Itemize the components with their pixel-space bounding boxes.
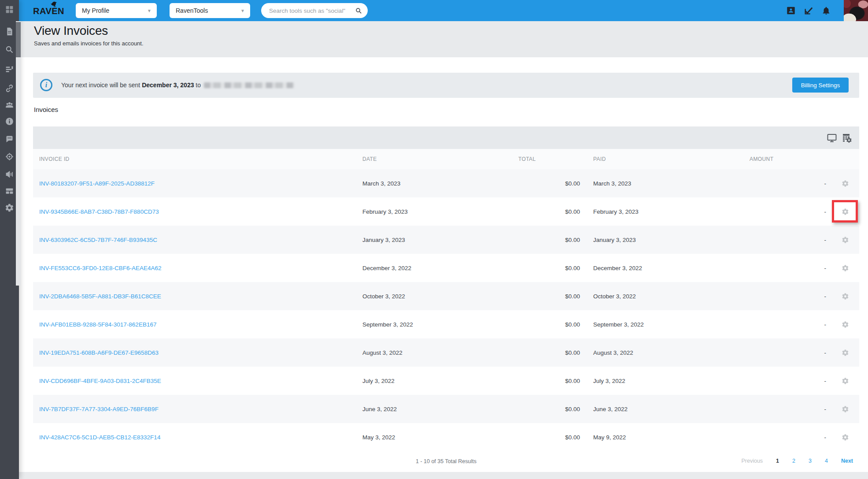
sidebar-item-links[interactable] [5, 84, 14, 93]
invoice-id-cell: INV-9345B66E-8AB7-C38D-78B7-F880CD73 [33, 208, 362, 215]
sidebar-scrollbar[interactable] [16, 21, 21, 286]
info-circle-icon: i [40, 79, 52, 91]
sidebar-item-local[interactable] [5, 152, 14, 161]
tasks-button[interactable] [804, 6, 813, 15]
sidebar-item-research[interactable] [5, 45, 14, 54]
page-link-2[interactable]: 2 [792, 458, 795, 464]
total-cell: $0.00 [518, 180, 593, 187]
row-settings-button[interactable] [842, 236, 849, 244]
paid-cell: May 9, 2022 [593, 434, 750, 441]
actions-cell [831, 282, 859, 310]
amount-cell: - [750, 378, 831, 384]
invoice-id-cell: INV-6303962C-6C5D-7B7F-746F-B939435C [33, 237, 362, 243]
amount-cell: - [750, 208, 831, 215]
date-cell: September 3, 2022 [362, 321, 518, 328]
profile-dropdown[interactable]: My Profile ▼ [76, 3, 157, 18]
sidebar-item-campaigns[interactable] [5, 170, 14, 179]
table-row: INV-FE553CC6-3FD0-12E8-CBF6-AEAE4A62 Dec… [33, 254, 859, 282]
date-cell: October 3, 2022 [362, 293, 518, 300]
amount-cell: - [750, 349, 831, 356]
sidebar-item-rankings[interactable] [5, 65, 14, 74]
page-link-1[interactable]: 1 [776, 458, 779, 464]
contacts-button[interactable] [786, 6, 796, 15]
tools-dropdown[interactable]: RavenTools ▼ [170, 3, 250, 18]
invoice-link[interactable]: INV-428AC7C6-5C1D-AEB5-CB12-E8332F14 [39, 434, 160, 441]
search-icon[interactable] [355, 7, 362, 15]
next-page-link[interactable]: Next [841, 458, 853, 464]
notifications-button[interactable] [821, 6, 831, 15]
invoice-link[interactable]: INV-80183207-9F51-A89F-2025-AD38812F [39, 180, 155, 187]
invoice-link[interactable]: INV-6303962C-6C5D-7B7F-746F-B939435C [39, 237, 157, 243]
date-cell: May 3, 2022 [362, 434, 518, 441]
invoices-section-heading: Invoices [34, 106, 58, 113]
avatar[interactable] [844, 0, 868, 21]
row-settings-button[interactable] [842, 264, 849, 272]
column-header-date: DATE [362, 156, 518, 162]
gear-icon [842, 236, 849, 244]
row-settings-button[interactable] [842, 377, 849, 385]
sidebar-item-settings[interactable] [5, 203, 14, 212]
table-row: INV-2DBA6468-5B5F-A881-DB3F-B61C8CEE Oct… [33, 282, 859, 310]
search-input[interactable] [268, 7, 355, 15]
document-icon [5, 27, 14, 36]
invoice-link[interactable]: INV-19EDA751-608B-A6F9-DE67-E9658D63 [39, 349, 159, 356]
row-settings-button[interactable] [842, 434, 849, 441]
date-cell: March 3, 2023 [362, 180, 518, 187]
dashboard-grid-icon [5, 5, 14, 14]
invoice-link[interactable]: INV-FE553CC6-3FD0-12E8-CBF6-AEAE4A62 [39, 265, 162, 271]
row-settings-button[interactable] [842, 293, 849, 300]
page-link-3[interactable]: 3 [809, 458, 812, 464]
results-summary: 1 - 10 of 35 Total Results [33, 458, 859, 464]
invoice-link[interactable]: INV-2DBA6468-5B5F-A881-DB3F-B61C8CEE [39, 293, 161, 300]
total-cell: $0.00 [518, 349, 593, 356]
pagination-links: Previous 1234 Next [741, 458, 853, 464]
actions-cell [831, 338, 859, 367]
invoice-id-cell: INV-7B7DF37F-7A77-3304-A9ED-76BF6B9F [33, 406, 362, 412]
next-invoice-banner: i Your next invoice will be sent Decembe… [33, 73, 859, 98]
sidebar-scrollbar-thumb[interactable] [16, 22, 21, 57]
sidebar-item-reports[interactable] [5, 27, 14, 36]
table-settings-button[interactable] [842, 133, 852, 143]
row-settings-button[interactable] [842, 405, 849, 413]
page-link-4[interactable]: 4 [825, 458, 828, 464]
row-settings-button[interactable] [842, 180, 849, 187]
date-cell: February 3, 2023 [362, 208, 518, 215]
column-header-amount: AMOUNT [750, 156, 831, 162]
total-cell: $0.00 [518, 237, 593, 243]
sidebar-item-info[interactable] [5, 117, 14, 126]
sidebar-item-dashboard[interactable] [5, 5, 14, 14]
table-row: INV-7B7DF37F-7A77-3304-A9ED-76BF6B9F Jun… [33, 395, 859, 423]
row-settings-button[interactable] [842, 349, 849, 356]
billing-settings-button[interactable]: Billing Settings [792, 78, 849, 93]
invoice-id-cell: INV-AFB01EBB-9288-5F84-3017-862EB167 [33, 321, 362, 328]
previous-page-link[interactable]: Previous [741, 458, 763, 464]
raven-logo-text: RAVEN [33, 4, 64, 18]
actions-cell [831, 395, 859, 423]
invoice-link[interactable]: INV-9345B66E-8AB7-C38D-78B7-F880CD73 [39, 208, 159, 215]
table-header-row: INVOICE ID DATE TOTAL PAID AMOUNT [33, 149, 859, 169]
monitor-view-button[interactable] [827, 133, 837, 143]
gear-icon [5, 203, 14, 212]
megaphone-icon [5, 170, 14, 179]
table-row: INV-19EDA751-608B-A6F9-DE67-E9658D63 Aug… [33, 338, 859, 367]
sidebar-item-conversations[interactable] [5, 134, 14, 144]
invoice-link[interactable]: INV-7B7DF37F-7A77-3304-A9ED-76BF6B9F [39, 406, 159, 412]
invoice-link[interactable]: INV-CDD696BF-4BFE-9A03-D831-2C4FB35E [39, 378, 161, 384]
row-settings-button[interactable] [842, 321, 849, 328]
paid-cell: August 3, 2022 [593, 349, 750, 356]
amount-cell: - [750, 293, 831, 300]
paid-cell: October 3, 2022 [593, 293, 750, 300]
sidebar-item-audience[interactable] [5, 100, 14, 110]
invoice-link[interactable]: INV-AFB01EBB-9288-5F84-3017-862EB167 [39, 321, 156, 328]
paid-cell: June 3, 2022 [593, 406, 750, 412]
gear-icon [842, 321, 849, 328]
banner-prefix: Your next invoice will be sent [61, 82, 140, 89]
amount-cell: - [750, 237, 831, 243]
raven-logo: RAVEN [33, 4, 64, 18]
sidebar-item-layout[interactable] [5, 186, 14, 196]
info-icon [5, 117, 14, 126]
table-row: INV-AFB01EBB-9288-5F84-3017-862EB167 Sep… [33, 310, 859, 338]
sidebar [0, 0, 19, 479]
check-icon [804, 6, 813, 15]
invoice-id-cell: INV-80183207-9F51-A89F-2025-AD38812F [33, 180, 362, 187]
